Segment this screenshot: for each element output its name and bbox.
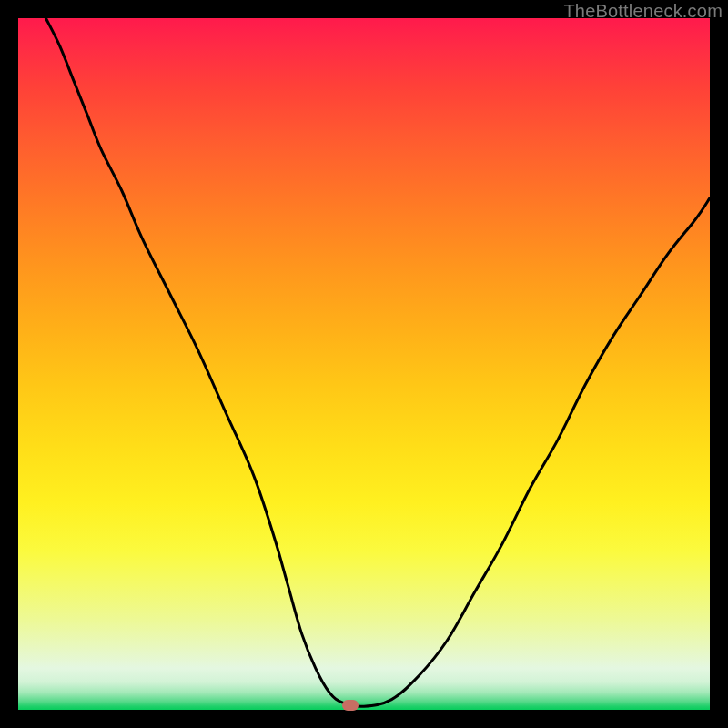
curve-svg	[18, 18, 710, 710]
optimum-marker	[342, 700, 359, 711]
plot-area	[18, 18, 710, 710]
chart-container: TheBottleneck.com	[0, 0, 728, 728]
bottleneck-curve	[46, 18, 710, 706]
